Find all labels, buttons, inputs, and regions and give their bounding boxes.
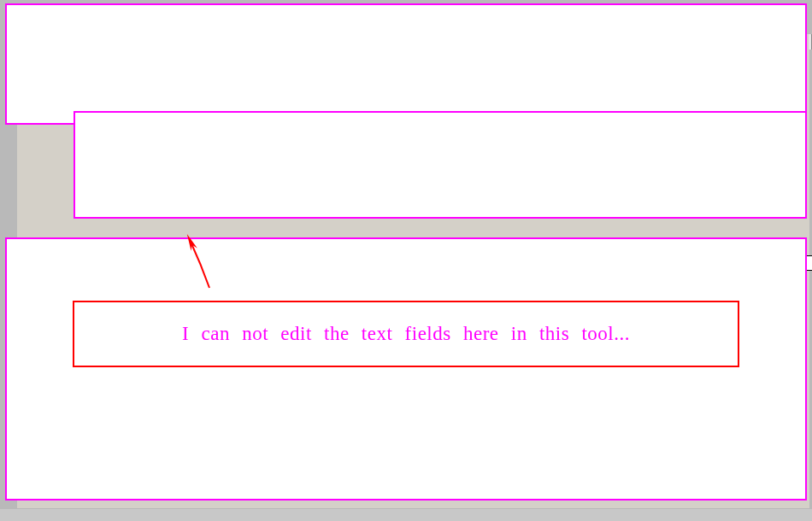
top-cell-label: Top Cell: — [128, 257, 168, 269]
top-cell-value-start: IOCEL — [181, 257, 212, 269]
top-cell-row: Top Cell: IOCELLS — [128, 255, 812, 272]
top-cell-input[interactable]: IOCELLS — [177, 255, 812, 271]
top-cell-value-selection: LS — [212, 257, 227, 269]
dialog-panel: Top Cell: IOCELLS — [17, 34, 809, 508]
